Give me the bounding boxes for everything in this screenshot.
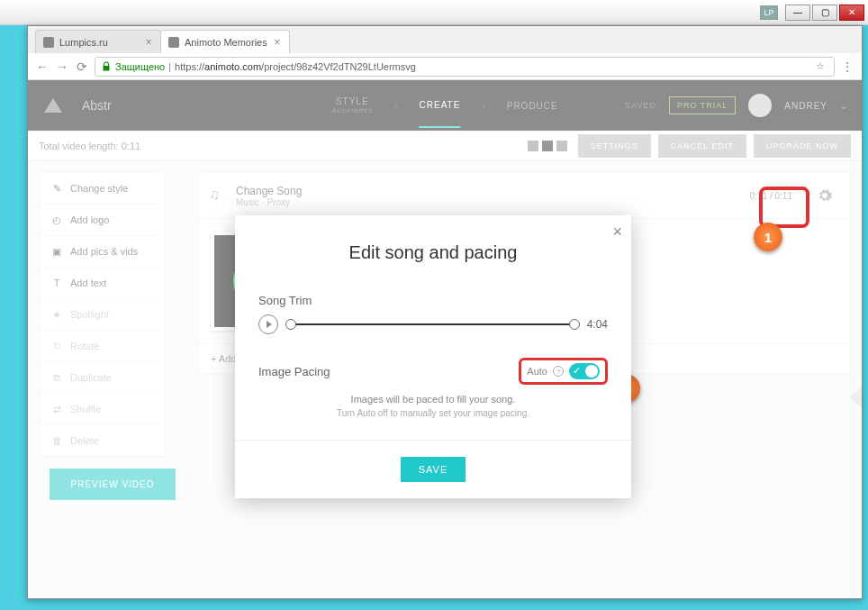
chevron-right-icon: › bbox=[394, 101, 397, 111]
favicon-icon bbox=[43, 37, 54, 48]
gear-icon bbox=[817, 187, 833, 204]
step-create[interactable]: CREATE bbox=[420, 100, 461, 128]
text-icon: T bbox=[50, 277, 63, 289]
trash-icon: 🗑 bbox=[50, 434, 63, 447]
tab-lumpics[interactable]: Lumpics.ru × bbox=[35, 30, 161, 53]
copy-icon: ⧉ bbox=[50, 371, 63, 384]
address-bar-row: ← → ⟳ Защищено | https://animoto.com/pro… bbox=[28, 53, 862, 80]
grid-small-icon[interactable] bbox=[542, 141, 553, 151]
song-bar: ♫ Change Song Music · Proxy 0:11 / 0:11 bbox=[197, 172, 851, 219]
sidebar-delete: 🗑Delete bbox=[40, 425, 164, 457]
app-content: Abstr STYLE Accolades › CREATE › PRODUCE… bbox=[28, 80, 862, 598]
sidebar-shuffle: ⇄Shuffle bbox=[40, 394, 164, 425]
callout-badge-1: 1 bbox=[754, 223, 782, 251]
modal-close-button[interactable]: × bbox=[612, 223, 622, 241]
song-meta: Music · Proxy bbox=[236, 197, 302, 207]
project-title[interactable]: Abstr bbox=[82, 98, 112, 113]
trim-start-handle[interactable] bbox=[285, 319, 296, 330]
sidebar-add-pics[interactable]: ▣Add pics & vids bbox=[40, 236, 164, 268]
sidebar-add-text[interactable]: TAdd text bbox=[40, 268, 164, 299]
translate-icon[interactable]: ☆ bbox=[816, 60, 828, 73]
pacing-description: Images will be paced to fill your song. bbox=[258, 394, 608, 405]
url-text: https://animoto.com/project/98z42Vf2dTN2… bbox=[175, 61, 416, 72]
menu-icon[interactable]: ⋮ bbox=[840, 59, 854, 74]
toggle-knob bbox=[585, 365, 598, 378]
list-view-icon[interactable] bbox=[556, 141, 567, 151]
song-time: 0:11 / 0:11 bbox=[750, 191, 792, 201]
browser-window: Lumpics.ru × Animoto Memories × ← → ⟳ За… bbox=[27, 25, 863, 599]
trim-end-handle[interactable] bbox=[569, 319, 580, 330]
sidebar-spotlight: ★Spotlight bbox=[40, 299, 164, 331]
step-produce[interactable]: PRODUCE bbox=[507, 101, 558, 111]
upgrade-now-button[interactable]: UPGRADE NOW bbox=[754, 134, 851, 158]
preview-video-button[interactable]: PREVIEW VIDEO bbox=[50, 469, 176, 500]
song-settings-button[interactable] bbox=[809, 180, 839, 211]
save-button[interactable]: SAVE bbox=[401, 457, 466, 482]
edit-song-modal: × Edit song and pacing Song Trim 4:04 Im… bbox=[235, 215, 631, 498]
music-icon: ♫ bbox=[209, 187, 227, 205]
favicon-icon bbox=[168, 37, 179, 48]
step-style[interactable]: STYLE Accolades bbox=[331, 96, 373, 114]
auto-label: Auto bbox=[527, 366, 547, 377]
top-nav: Abstr STYLE Accolades › CREATE › PRODUCE… bbox=[28, 80, 862, 131]
grid-large-icon[interactable] bbox=[528, 141, 538, 151]
check-icon: ✓ bbox=[573, 365, 581, 377]
shuffle-icon: ⇄ bbox=[50, 403, 63, 415]
sub-nav: Total video length: 0:11 SETTINGS CANCEL… bbox=[28, 131, 862, 161]
secure-label: Защищено bbox=[115, 61, 165, 72]
window-maximize-button[interactable]: ▢ bbox=[812, 5, 837, 21]
play-icon bbox=[267, 321, 272, 328]
tab-title: Animoto Memories bbox=[185, 37, 267, 48]
tab-title: Lumpics.ru bbox=[59, 37, 108, 48]
pro-trial-badge[interactable]: PRO TRIAL bbox=[669, 96, 736, 114]
logo-icon: ◴ bbox=[50, 214, 63, 226]
reload-icon[interactable]: ⟳ bbox=[75, 59, 89, 74]
sidebar-duplicate: ⧉Duplicate bbox=[40, 362, 164, 394]
auto-toggle[interactable]: ✓ bbox=[569, 363, 600, 379]
image-pacing-label: Image Pacing bbox=[258, 365, 330, 378]
back-icon[interactable]: ← bbox=[35, 59, 50, 74]
auto-toggle-group: Auto ? ✓ bbox=[519, 358, 608, 385]
cancel-edit-button[interactable]: CANCEL EDIT bbox=[658, 134, 746, 158]
pacing-subtext: Turn Auto off to manually set your image… bbox=[258, 408, 608, 418]
app-badge: LP bbox=[760, 5, 778, 20]
sidebar: ✎Change style ◴Add logo ▣Add pics & vids… bbox=[39, 172, 165, 458]
sidebar-change-style[interactable]: ✎Change style bbox=[40, 173, 164, 205]
lock-icon bbox=[101, 61, 112, 72]
image-icon: ▣ bbox=[50, 245, 63, 258]
brush-icon: ✎ bbox=[50, 182, 63, 195]
chevron-down-icon[interactable]: ⌄ bbox=[840, 101, 847, 111]
tab-close-icon[interactable]: × bbox=[273, 38, 282, 47]
window-minimize-button[interactable]: — bbox=[785, 5, 810, 21]
forward-icon[interactable]: → bbox=[55, 59, 69, 74]
tab-strip: Lumpics.ru × Animoto Memories × bbox=[28, 26, 862, 53]
modal-title: Edit song and pacing bbox=[235, 215, 631, 285]
username-label[interactable]: ANDREY bbox=[784, 101, 827, 111]
url-input[interactable]: Защищено | https://animoto.com/project/9… bbox=[95, 57, 835, 77]
avatar[interactable] bbox=[748, 94, 772, 117]
settings-button[interactable]: SETTINGS bbox=[578, 134, 651, 158]
song-duration: 4:04 bbox=[587, 318, 608, 331]
sidebar-add-logo[interactable]: ◴Add logo bbox=[40, 205, 164, 236]
chevron-right-icon: › bbox=[482, 101, 484, 111]
sidebar-rotate: ↻Rotate bbox=[40, 331, 164, 362]
tab-close-icon[interactable]: × bbox=[144, 38, 153, 47]
window-close-button[interactable]: ✕ bbox=[839, 5, 864, 21]
change-song-link[interactable]: Change Song bbox=[236, 185, 302, 197]
video-length-label: Total video length: 0:11 bbox=[39, 141, 140, 151]
trim-slider[interactable] bbox=[287, 323, 578, 325]
view-switcher[interactable] bbox=[528, 141, 567, 151]
star-icon: ★ bbox=[50, 308, 63, 321]
saved-label: SAVED bbox=[625, 101, 656, 110]
animoto-logo-icon[interactable] bbox=[42, 95, 64, 116]
help-icon[interactable]: ? bbox=[553, 366, 564, 377]
play-button[interactable] bbox=[258, 314, 278, 334]
rotate-icon: ↻ bbox=[50, 340, 63, 352]
song-trim-label: Song Trim bbox=[258, 294, 608, 307]
tab-animoto[interactable]: Animoto Memories × bbox=[160, 30, 290, 53]
